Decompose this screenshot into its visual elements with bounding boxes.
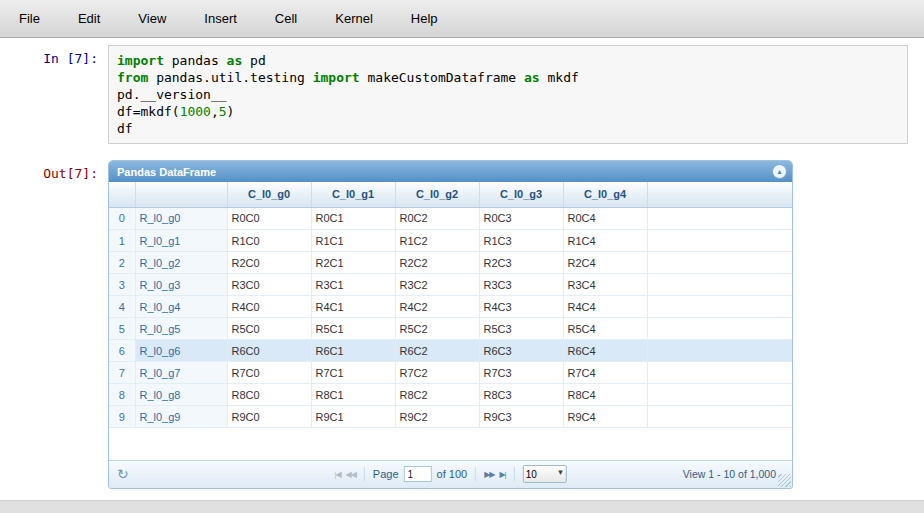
data-cell[interactable]: R2C2: [395, 252, 479, 274]
resize-grip[interactable]: [778, 474, 791, 487]
column-header-C_l0_g2[interactable]: C_l0_g2: [395, 182, 479, 207]
row-index-cell[interactable]: R_l0_g0: [135, 208, 227, 230]
data-cell[interactable]: R4C0: [227, 296, 311, 318]
menu-edit[interactable]: Edit: [59, 11, 119, 26]
data-cell[interactable]: R2C3: [479, 252, 563, 274]
row-index-cell[interactable]: R_l0_g2: [135, 252, 227, 274]
table-row[interactable]: 2R_l0_g2R2C0R2C1R2C2R2C3R2C4: [109, 252, 792, 274]
data-cell[interactable]: R2C4: [563, 252, 647, 274]
table-row[interactable]: 9R_l0_g9R9C0R9C1R9C2R9C3R9C4: [109, 406, 792, 428]
data-cell[interactable]: R4C1: [311, 296, 395, 318]
data-cell[interactable]: R0C0: [227, 208, 311, 230]
data-cell[interactable]: R3C2: [395, 274, 479, 296]
data-cell[interactable]: R0C4: [563, 208, 647, 230]
data-cell[interactable]: R5C2: [395, 318, 479, 340]
table-row[interactable]: 5R_l0_g5R5C0R5C1R5C2R5C3R5C4: [109, 318, 792, 340]
pager-controls: |◀ ◀◀ Page of 100 ▶▶ ▶| 10: [334, 465, 566, 483]
menu-kernel[interactable]: Kernel: [316, 11, 392, 26]
menu-cell[interactable]: Cell: [256, 11, 316, 26]
table-row[interactable]: 0R_l0_g0R0C0R0C1R0C2R0C3R0C4: [109, 208, 792, 230]
data-cell[interactable]: R1C2: [395, 230, 479, 252]
menu-insert[interactable]: Insert: [185, 11, 256, 26]
data-cell[interactable]: R3C0: [227, 274, 311, 296]
data-cell[interactable]: R5C4: [563, 318, 647, 340]
menu-help[interactable]: Help: [392, 11, 457, 26]
column-header-C_l0_g0[interactable]: C_l0_g0: [227, 182, 311, 207]
data-cell[interactable]: R6C1: [311, 340, 395, 362]
column-header-C_l0_g4[interactable]: C_l0_g4: [563, 182, 647, 207]
table-row[interactable]: 3R_l0_g3R3C0R3C1R3C2R3C3R3C4: [109, 274, 792, 296]
row-index-cell[interactable]: R_l0_g7: [135, 362, 227, 384]
data-cell[interactable]: R3C1: [311, 274, 395, 296]
data-cell[interactable]: R3C3: [479, 274, 563, 296]
data-cell[interactable]: R5C1: [311, 318, 395, 340]
data-cell[interactable]: R8C0: [227, 384, 311, 406]
data-cell[interactable]: R5C3: [479, 318, 563, 340]
data-cell[interactable]: R8C3: [479, 384, 563, 406]
row-index-cell[interactable]: R_l0_g9: [135, 406, 227, 428]
data-cell[interactable]: R7C0: [227, 362, 311, 384]
data-cell[interactable]: R5C0: [227, 318, 311, 340]
first-page-button[interactable]: |◀: [334, 470, 340, 479]
row-index-cell[interactable]: R_l0_g5: [135, 318, 227, 340]
data-cell[interactable]: R7C2: [395, 362, 479, 384]
data-cell[interactable]: R1C3: [479, 230, 563, 252]
data-cell[interactable]: R9C4: [563, 406, 647, 428]
data-cell[interactable]: R8C1: [311, 384, 395, 406]
column-header-C_l0_g1[interactable]: C_l0_g1: [311, 182, 395, 207]
page-size-select[interactable]: 10: [523, 465, 567, 483]
table-row[interactable]: 4R_l0_g4R4C0R4C1R4C2R4C3R4C4: [109, 296, 792, 318]
row-index-cell[interactable]: R_l0_g8: [135, 384, 227, 406]
output-prompt: Out[7]:: [28, 160, 98, 181]
row-number-cell: 0: [109, 208, 135, 230]
row-index-cell[interactable]: R_l0_g6: [135, 340, 227, 362]
table-row[interactable]: 6R_l0_g6R6C0R6C1R6C2R6C3R6C4: [109, 340, 792, 362]
menu-file[interactable]: File: [0, 11, 59, 26]
output-cell: Out[7]: Pandas DataFrame ▲ C_l0_g0C_l0_g…: [28, 160, 908, 489]
collapse-icon[interactable]: ▲: [772, 164, 787, 179]
row-index-cell[interactable]: R_l0_g1: [135, 230, 227, 252]
data-cell[interactable]: R1C4: [563, 230, 647, 252]
data-cell[interactable]: R9C0: [227, 406, 311, 428]
filler-cell: [647, 274, 792, 296]
filler-cell: [647, 340, 792, 362]
data-cell[interactable]: R6C0: [227, 340, 311, 362]
data-cell[interactable]: R8C4: [563, 384, 647, 406]
row-index-cell[interactable]: R_l0_g3: [135, 274, 227, 296]
data-cell[interactable]: R8C2: [395, 384, 479, 406]
data-cell[interactable]: R9C2: [395, 406, 479, 428]
column-header-C_l0_g3[interactable]: C_l0_g3: [479, 182, 563, 207]
data-cell[interactable]: R7C4: [563, 362, 647, 384]
data-cell[interactable]: R0C3: [479, 208, 563, 230]
data-cell[interactable]: R1C0: [227, 230, 311, 252]
pager-left: ↻: [109, 466, 129, 482]
data-cell[interactable]: R4C2: [395, 296, 479, 318]
filler-cell: [647, 208, 792, 230]
code-editor[interactable]: import pandas as pdfrom pandas.util.test…: [108, 45, 908, 144]
data-cell[interactable]: R9C3: [479, 406, 563, 428]
data-cell[interactable]: R3C4: [563, 274, 647, 296]
data-cell[interactable]: R1C1: [311, 230, 395, 252]
table-row[interactable]: 1R_l0_g1R1C0R1C1R1C2R1C3R1C4: [109, 230, 792, 252]
next-page-button[interactable]: ▶▶: [484, 470, 494, 479]
data-cell[interactable]: R6C2: [395, 340, 479, 362]
table-row[interactable]: 7R_l0_g7R7C0R7C1R7C2R7C3R7C4: [109, 362, 792, 384]
last-page-button[interactable]: ▶|: [499, 470, 505, 479]
data-cell[interactable]: R4C4: [563, 296, 647, 318]
data-cell[interactable]: R6C3: [479, 340, 563, 362]
data-cell[interactable]: R2C1: [311, 252, 395, 274]
data-cell[interactable]: R0C2: [395, 208, 479, 230]
data-cell[interactable]: R7C3: [479, 362, 563, 384]
menu-view[interactable]: View: [119, 11, 185, 26]
data-cell[interactable]: R7C1: [311, 362, 395, 384]
page-number-input[interactable]: [404, 466, 432, 482]
prev-page-button[interactable]: ◀◀: [346, 470, 356, 479]
data-cell[interactable]: R9C1: [311, 406, 395, 428]
data-cell[interactable]: R0C1: [311, 208, 395, 230]
data-cell[interactable]: R4C3: [479, 296, 563, 318]
data-cell[interactable]: R6C4: [563, 340, 647, 362]
row-index-cell[interactable]: R_l0_g4: [135, 296, 227, 318]
table-row[interactable]: 8R_l0_g8R8C0R8C1R8C2R8C3R8C4: [109, 384, 792, 406]
data-cell[interactable]: R2C0: [227, 252, 311, 274]
refresh-icon[interactable]: ↻: [117, 466, 129, 482]
